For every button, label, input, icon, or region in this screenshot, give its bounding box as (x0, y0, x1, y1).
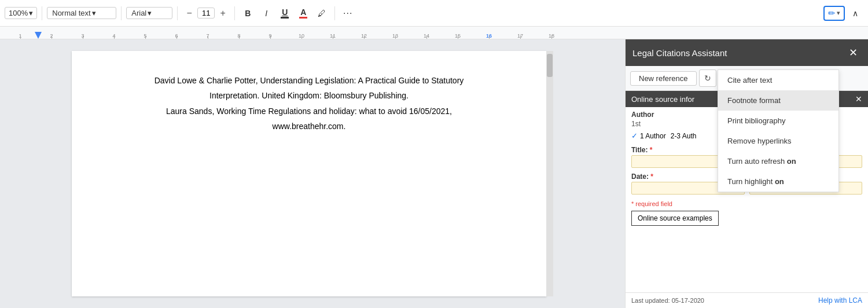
dropdown-item-turn-auto-refresh[interactable]: Turn auto refresh on (718, 151, 838, 171)
pen-dropdown-icon: ▾ (837, 9, 840, 17)
refresh-button[interactable]: ↻ (699, 69, 716, 87)
help-link[interactable]: Help with LCA (818, 296, 862, 305)
font-name-dropdown-icon: ▾ (148, 9, 152, 17)
document-line-3: Laura Sands, Working Time Regulations an… (118, 105, 500, 118)
italic-button[interactable]: I (258, 5, 274, 21)
scroll-thumb[interactable] (547, 54, 553, 77)
panel-footer: Last updated: 05-17-2020 Help with LCA (626, 292, 868, 308)
separator-3 (177, 6, 178, 20)
panel-title: Legal Citations Assistant (632, 48, 727, 58)
dropdown-item-footnote-format[interactable]: Footnote format (718, 90, 838, 111)
date-required: * (650, 173, 653, 181)
decrease-font-size-button[interactable]: − (182, 6, 196, 20)
ruler-mark: 3 (67, 33, 98, 39)
document-line-4: www.breathehr.com. (118, 120, 500, 133)
ruler-mark: 7 (192, 33, 223, 39)
dropdown-item-print-bibliography[interactable]: Print bibliography (718, 111, 838, 131)
ruler-mark: 15 (442, 33, 473, 39)
ruler: 1 2 3 4 5 6 7 8 9 10 11 12 13 14 15 16 1… (0, 27, 868, 39)
font-style-selector[interactable]: Normal text ▾ (47, 7, 116, 19)
title-required: * (650, 146, 653, 154)
panel-close-button[interactable]: ✕ (845, 45, 861, 60)
ruler-mark: 13 (380, 33, 411, 39)
font-name-selector[interactable]: Arial ▾ (126, 7, 172, 19)
ruler-mark: 4 (98, 33, 130, 39)
ruler-mark: 10 (286, 33, 317, 39)
highlighter-icon: 🖊 (318, 9, 326, 18)
separator-2 (121, 6, 122, 20)
document-area: David Lowe & Charlie Potter, Understandi… (0, 39, 625, 308)
pen-icon: ✏ (828, 8, 836, 19)
document-page[interactable]: David Lowe & Charlie Potter, Understandi… (72, 51, 546, 296)
ruler-mark: 1 (5, 33, 36, 39)
one-author-label: 1 Author (640, 132, 666, 140)
increase-font-size-button[interactable]: + (216, 6, 230, 20)
dropdown-item-remove-hyperlinks[interactable]: Remove hyperlinks (718, 131, 838, 151)
one-author-option[interactable]: ✓ 1 Author (631, 131, 666, 140)
font-size-input[interactable] (197, 8, 215, 19)
bold-button[interactable]: B (240, 5, 256, 21)
font-color-button[interactable]: A (295, 5, 311, 21)
two-three-author-label: 2-3 Auth (671, 132, 697, 140)
source-header-close-button[interactable]: ✕ (855, 94, 862, 104)
ruler-mark: 5 (130, 33, 161, 39)
ruler-mark: 2 (36, 33, 67, 39)
font-name-value: Arial (131, 9, 146, 17)
ruler-mark: 9 (255, 33, 286, 39)
ruler-mark: 6 (161, 33, 192, 39)
panel-header: Legal Citations Assistant ✕ (626, 39, 868, 66)
source-header-title: Online source infor (631, 95, 694, 104)
zoom-selector[interactable]: 100% ▾ (5, 7, 37, 19)
separator-1 (42, 6, 42, 20)
more-options-button[interactable]: ··· (340, 5, 356, 21)
zoom-value: 100% (9, 9, 28, 17)
dropdown-menu: Cite after text Footnote format Print bi… (718, 69, 839, 192)
toolbar: 100% ▾ Normal text ▾ Arial ▾ − + B I U A (0, 0, 868, 27)
ruler-mark: 18 (536, 33, 567, 39)
main-layout: David Lowe & Charlie Potter, Understandi… (0, 39, 868, 308)
font-style-value: Normal text (52, 9, 90, 17)
check-icon: ✓ (631, 131, 638, 140)
underline-button[interactable]: U (277, 5, 293, 21)
separator-4 (234, 6, 235, 20)
two-three-author-option[interactable]: 2-3 Auth (671, 132, 697, 140)
font-style-dropdown-icon: ▾ (92, 9, 96, 17)
scroll-bar[interactable] (546, 51, 553, 296)
ruler-marks: 1 2 3 4 5 6 7 8 9 10 11 12 13 14 15 16 1… (5, 33, 567, 39)
collapse-button[interactable]: ∧ (847, 5, 863, 21)
ruler-mark: 8 (223, 33, 255, 39)
font-size-control: − + (182, 6, 230, 20)
new-reference-button[interactable]: New reference (630, 71, 697, 86)
zoom-dropdown-icon: ▾ (29, 9, 33, 17)
last-updated-text: Last updated: 05-17-2020 (631, 297, 704, 304)
dropdown-item-turn-highlight[interactable]: Turn highlight on (718, 171, 838, 192)
document-line-1: David Lowe & Charlie Potter, Understandi… (118, 74, 500, 87)
online-source-examples-button[interactable]: Online source examples (631, 211, 719, 226)
document-line-2: Interpretation. United Kingdom: Bloomsbu… (118, 89, 500, 102)
ruler-mark: 14 (411, 33, 442, 39)
required-note: * required field (626, 197, 868, 208)
separator-5 (334, 6, 335, 20)
document-content: David Lowe & Charlie Potter, Understandi… (118, 74, 500, 133)
ruler-mark: 17 (505, 33, 536, 39)
pen-tool[interactable]: ✏ ▾ (823, 6, 845, 21)
dropdown-item-cite-after-text[interactable]: Cite after text (718, 70, 838, 90)
ruler-mark: 16 (473, 33, 505, 39)
ruler-mark: 11 (317, 33, 348, 39)
ruler-mark: 12 (348, 33, 380, 39)
right-panel: Legal Citations Assistant ✕ New referenc… (625, 39, 868, 308)
highlight-color-button[interactable]: 🖊 (314, 5, 330, 21)
